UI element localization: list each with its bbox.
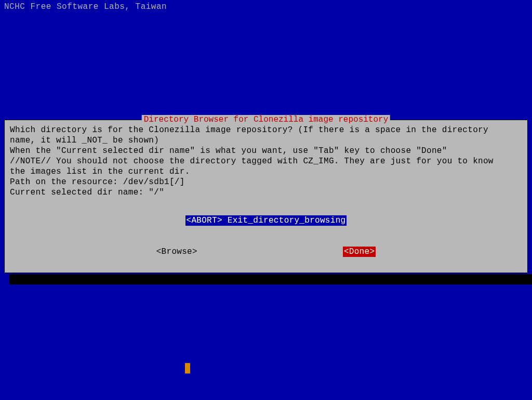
dialog-shadow [9, 274, 532, 285]
menu-item-abort[interactable]: <ABORT> Exit_directory_browsing [185, 215, 347, 226]
dialog-body: Which directory is for the Clonezilla im… [5, 121, 527, 273]
terminal-cursor [185, 363, 190, 373]
dialog-text-line6: Path on the resource: /dev/sdb1[/] [10, 177, 522, 187]
dialog-text-line1: Which directory is for the Clonezilla im… [10, 125, 522, 135]
menu-item-label: Exit_directory_browsing [222, 216, 346, 225]
header-title: NCHC Free Software Labs, Taiwan [0, 0, 532, 14]
dialog-box: Directory Browser for Clonezilla image r… [4, 120, 528, 273]
menu-list: <ABORT> Exit_directory_browsing [10, 215, 522, 226]
dialog-title-row: Directory Browser for Clonezilla image r… [5, 120, 527, 121]
button-row: <Browse> <Done> [10, 247, 522, 262]
browse-button[interactable]: <Browse> [156, 247, 197, 257]
dialog-text-line4: //NOTE// You should not choose the direc… [10, 156, 522, 166]
dialog-text-line7: Current selected dir name: "/" [10, 187, 522, 198]
dialog-text-line2: name, it will _NOT_ be shown) [10, 135, 522, 146]
menu-item-key: <ABORT> [187, 216, 222, 225]
dialog-title: Directory Browser for Clonezilla image r… [142, 115, 390, 124]
dialog-text-line5: the images list in the current dir. [10, 166, 522, 177]
dialog-text-line3: When the "Current selected dir name" is … [10, 146, 522, 156]
done-button[interactable]: <Done> [343, 247, 376, 257]
